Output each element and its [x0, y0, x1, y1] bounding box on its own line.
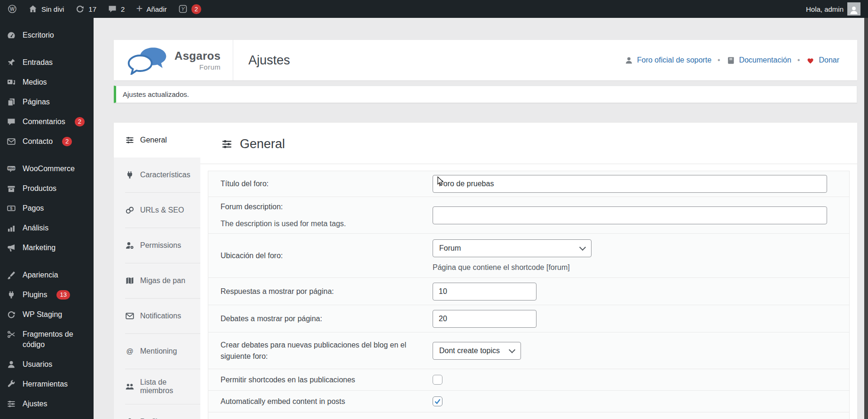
tab-mentioning[interactable]: Mentioning — [114, 334, 200, 369]
embed-content-checkbox[interactable] — [433, 396, 442, 406]
blog-topics-select[interactable]: Dont create topics — [433, 342, 521, 360]
wordpress-menu[interactable] — [8, 4, 17, 14]
comment-icon — [6, 117, 16, 127]
envelope-icon — [6, 136, 16, 147]
heart-icon — [806, 56, 815, 65]
home-icon — [28, 4, 38, 14]
sidebar-item-fragmentos[interactable]: Fragmentos de código — [0, 324, 94, 355]
envelope-icon — [125, 311, 134, 321]
sidebar-item-usuarios[interactable]: Usuarios — [0, 355, 94, 374]
sidebar-item-ajustes[interactable]: Ajustes — [0, 394, 94, 414]
tab-profiles[interactable]: Profiles — [114, 404, 200, 419]
tab-general[interactable]: General — [114, 123, 200, 158]
documentation-link[interactable]: Documentación — [726, 56, 791, 65]
account-menu[interactable]: Hola, admin — [806, 2, 860, 16]
sidebar-item-label: Fragmentos de código — [23, 329, 90, 350]
sidebar-item-pagos[interactable]: Pagos — [0, 198, 94, 218]
settings-tabs: General Características URLs & SEO Permi… — [114, 123, 200, 419]
header-links: Foro oficial de soporte • Documentación … — [624, 56, 857, 65]
setting-row-topics-per-page: Debates a mostrar por página: — [208, 305, 849, 332]
sidebar-item-herramientas[interactable]: Herramientas — [0, 374, 94, 394]
count-badge: 13 — [56, 290, 70, 300]
comments-count: 2 — [121, 5, 125, 13]
tab-migas-de-pan[interactable]: Migas de pan — [114, 263, 200, 298]
sidebar-item-apariencia[interactable]: Apariencia — [0, 265, 94, 285]
sidebar-item-comentarios[interactable]: Comentarios2 — [0, 112, 94, 132]
comments-indicator[interactable]: 2 — [108, 4, 125, 14]
new-content-menu[interactable]: +Añadir — [136, 4, 166, 14]
field-hint: Página que contiene el shortcode [forum] — [433, 263, 830, 272]
topics-per-page-input[interactable] — [433, 310, 537, 328]
map-icon — [125, 276, 134, 285]
add-new-label: Añadir — [146, 5, 166, 13]
field-label: Permitir shortcodes en las publicaciones — [221, 374, 433, 386]
divider — [233, 40, 233, 80]
product-box-icon — [6, 183, 16, 194]
sidebar-item-label: Ajustes — [23, 399, 47, 409]
bullet-separator: • — [718, 56, 720, 64]
sidebar-item-label: WP Staging — [23, 309, 62, 320]
sidebar-item-marketing[interactable]: Marketing — [0, 238, 94, 258]
scissors-icon — [6, 329, 16, 340]
sidebar-item-plugins[interactable]: Plugins13 — [0, 285, 94, 305]
forum-title-input[interactable] — [433, 175, 827, 193]
posts-per-page-input[interactable] — [433, 283, 537, 300]
field-label: Debates a mostrar por página: — [221, 313, 433, 324]
sidebar-item-medios[interactable]: Medios — [0, 72, 94, 92]
admin-topbar: Sin divi 17 2 +Añadir 2 Hola, admin — [0, 0, 868, 18]
field-label: Respuestas a mostrar por página: — [221, 286, 433, 297]
tab-notifications[interactable]: Notifications — [114, 299, 200, 333]
allow-shortcodes-checkbox[interactable] — [433, 375, 442, 385]
sidebar-item-wp-staging[interactable]: WP Staging — [0, 305, 94, 324]
plug-icon — [125, 170, 134, 180]
sidebar-item-contacto[interactable]: Contacto2 — [0, 132, 94, 151]
dashboard-icon — [6, 30, 16, 40]
at-icon — [125, 347, 134, 356]
field-label: Automatically embed content in posts — [221, 396, 433, 407]
sidebar-separator — [0, 151, 94, 159]
field-label: Forum description: The description is us… — [221, 201, 433, 229]
field-label: Crear debates para nuevas publicaciones … — [221, 340, 433, 362]
brand-subtitle: Forum — [199, 63, 221, 71]
pin-icon — [6, 57, 16, 68]
group-icon — [125, 382, 134, 391]
yoast-menu[interactable]: 2 — [178, 4, 201, 14]
field-hint: The description is used for meta tags. — [221, 218, 421, 229]
link-chain-icon — [125, 206, 134, 215]
forum-location-select[interactable]: Forum — [433, 239, 592, 257]
chevron-down-icon — [509, 346, 515, 353]
section-heading: General — [200, 123, 857, 151]
tab-permissions[interactable]: Permissions — [114, 228, 200, 263]
sidebar-item-entradas[interactable]: Entradas — [0, 53, 94, 72]
media-icon — [6, 77, 16, 87]
bar-chart-icon — [6, 223, 16, 233]
mouse-cursor — [437, 176, 444, 186]
woocommerce-icon — [6, 164, 16, 174]
megaphone-icon — [6, 243, 16, 253]
asgaros-logo-icon — [125, 46, 168, 75]
count-badge: 2 — [62, 137, 72, 146]
updates-count: 17 — [88, 5, 96, 13]
settings-form: Título del foro: Forum description: The … — [208, 171, 850, 419]
tab-caracteristicas[interactable]: Características — [114, 158, 200, 192]
sidebar-item-analisis[interactable]: Análisis — [0, 218, 94, 238]
sidebar-item-label: Contacto — [23, 136, 53, 147]
forum-description-input[interactable] — [433, 206, 827, 224]
sidebar-item-escritorio[interactable]: Escritorio — [0, 25, 94, 45]
sidebar-item-paginas[interactable]: Páginas — [0, 92, 94, 112]
tab-lista-de-miembros[interactable]: Lista de miembros — [114, 369, 200, 404]
tab-urls-seo[interactable]: URLs & SEO — [114, 193, 200, 228]
donate-link[interactable]: Donar — [806, 56, 839, 65]
site-menu[interactable]: Sin divi — [28, 4, 64, 14]
sidebar-item-label: Usuarios — [23, 359, 52, 370]
yoast-icon — [178, 4, 188, 14]
sidebar-item-productos[interactable]: Productos — [0, 179, 94, 198]
sidebar-item-woocommerce[interactable]: WooCommerce — [0, 159, 94, 179]
plugin-icon — [6, 290, 16, 300]
updates-indicator[interactable]: 17 — [75, 4, 96, 14]
support-forum-link[interactable]: Foro oficial de soporte — [624, 56, 711, 65]
vertical-scrollbar[interactable] — [864, 18, 868, 419]
main-content: Asgaros Forum Ajustes Foro oficial de so… — [94, 18, 868, 419]
field-label: Ubicación del foro: — [221, 250, 433, 261]
admin-sidebar: Escritorio Entradas Medios Páginas Comen… — [0, 18, 94, 419]
